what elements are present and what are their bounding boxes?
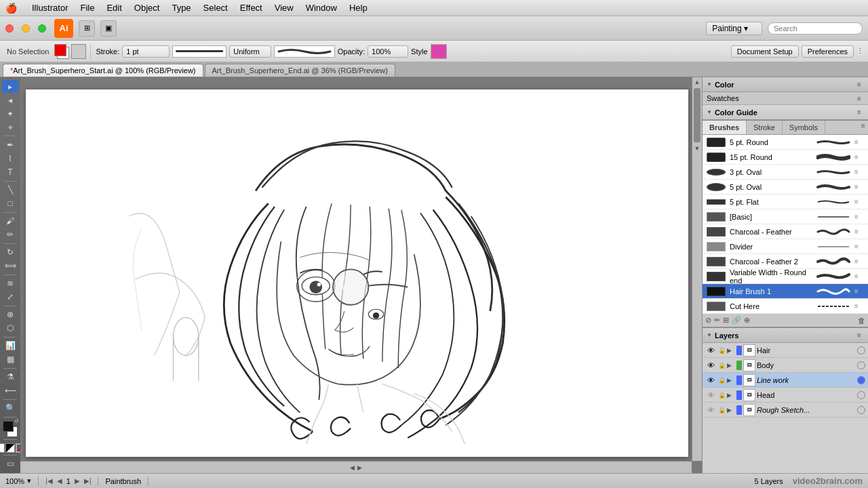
workspace-selector[interactable]: Painting ▾: [706, 22, 762, 35]
screen-mode[interactable]: ▭: [2, 458, 18, 470]
tab-symbols[interactable]: Symbols: [783, 121, 825, 134]
color-guide-options[interactable]: ≡: [854, 108, 864, 117]
brush-menu-5[interactable]: ≡: [854, 213, 864, 220]
preferences-button[interactable]: Preferences: [802, 45, 854, 58]
brush-menu-1[interactable]: ≡: [854, 153, 864, 161]
eyedropper-tool[interactable]: ⚗: [2, 371, 18, 384]
column-graph-tool[interactable]: ▦: [2, 353, 18, 366]
layer-eye-body[interactable]: 👁: [705, 360, 716, 371]
window-icon[interactable]: ▣: [100, 20, 117, 37]
brush-menu-9[interactable]: ≡: [854, 272, 864, 280]
brush-item-5[interactable]: [Basic] ≡: [703, 209, 868, 224]
stroke-type-dropdown[interactable]: Uniform: [229, 45, 271, 58]
brush-delete-icon[interactable]: 🗑: [858, 317, 865, 325]
brush-item-4[interactable]: 5 pt. Flat ≡: [703, 195, 868, 209]
menu-select[interactable]: Select: [198, 1, 233, 14]
free-transform-tool[interactable]: ⤢: [2, 291, 18, 304]
layer-eye-head[interactable]: 👁: [705, 390, 716, 401]
direct-select-tool[interactable]: ◂: [2, 94, 18, 106]
menu-edit[interactable]: Edit: [101, 1, 127, 14]
layer-eye-hair[interactable]: 👁: [705, 345, 716, 356]
toolbar-overflow[interactable]: ⋮: [856, 47, 864, 56]
brush-menu-10[interactable]: ≡: [854, 287, 864, 295]
pencil-tool[interactable]: ✏: [2, 228, 18, 241]
brush-item-10[interactable]: Hair Brush 1 ≡: [703, 284, 868, 299]
style-preview[interactable]: [431, 44, 447, 59]
color-swatches[interactable]: ↺: [1, 421, 19, 437]
last-page-btn[interactable]: ▶|: [84, 477, 92, 485]
layers-options-icon[interactable]: ≡: [854, 331, 864, 340]
layer-lock-roughsketch[interactable]: 🔒: [717, 406, 726, 414]
chart-tool[interactable]: 📊: [2, 340, 18, 352]
layer-target-head[interactable]: [857, 391, 865, 399]
tab-0[interactable]: *Art_Brush_Superhero_Start.ai @ 100% (RG…: [3, 64, 203, 77]
layer-expand-roughsketch[interactable]: ▶: [727, 407, 735, 413]
stroke-color-selector[interactable]: [71, 44, 86, 59]
menu-window[interactable]: Window: [300, 1, 342, 14]
measure-tool[interactable]: ⟵: [2, 384, 18, 397]
brush-menu-4[interactable]: ≡: [854, 198, 864, 205]
magic-wand-tool[interactable]: ✦: [2, 107, 18, 120]
layer-target-linework[interactable]: [857, 376, 865, 384]
brush-menu-6[interactable]: ≡: [854, 228, 864, 235]
menu-view[interactable]: View: [269, 1, 299, 14]
layer-hair[interactable]: 👁 🔒 ▶ 🖼 Hair: [703, 343, 868, 358]
fill-mode[interactable]: [0, 443, 5, 453]
canvas-area[interactable]: ▲ ▼ ◀ ▶: [20, 77, 702, 473]
shape-builder-tool[interactable]: ⊕: [2, 308, 18, 321]
layer-lock-head[interactable]: 🔒: [717, 391, 726, 399]
color-panel-header[interactable]: ▼ Color ≡: [703, 77, 868, 92]
scroll-up-arrow[interactable]: ▲: [692, 77, 702, 87]
menu-type[interactable]: Type: [166, 1, 196, 14]
layer-expand-head[interactable]: ▶: [727, 392, 735, 399]
pen-tool[interactable]: ✒: [2, 138, 18, 151]
layer-eye-roughsketch[interactable]: 👁: [705, 405, 716, 415]
live-paint-tool[interactable]: ⬡: [2, 322, 18, 335]
close-button[interactable]: [5, 24, 14, 33]
brush-item-1[interactable]: 15 pt. Round ≡: [703, 150, 868, 165]
scroll-right-arrow[interactable]: ▶: [356, 463, 363, 472]
brush-menu-3[interactable]: ≡: [854, 183, 864, 190]
menu-effect[interactable]: Effect: [235, 1, 268, 14]
layer-body[interactable]: 👁 🔒 ▶ 🖼 Body: [703, 358, 868, 373]
rotate-tool[interactable]: ↻: [2, 246, 18, 259]
tab-stroke[interactable]: Stroke: [747, 121, 783, 134]
brush-item-0[interactable]: 5 pt. Round ≡: [703, 135, 868, 150]
layer-linework[interactable]: 👁 🔒 ▶ 🖼 Line work: [703, 373, 868, 388]
layer-eye-linework[interactable]: 👁: [705, 375, 716, 386]
brush-item-6[interactable]: Charcoal - Feather ≡: [703, 224, 868, 239]
menu-object[interactable]: Object: [129, 1, 165, 14]
paintbrush-tool[interactable]: 🖌: [2, 214, 18, 227]
document-setup-button[interactable]: Document Setup: [731, 45, 799, 58]
brush-preview[interactable]: [274, 45, 335, 58]
layer-roughsketch[interactable]: 👁 🔒 ▶ 🖼 Rough Sketch...: [703, 403, 868, 418]
opacity-dropdown[interactable]: 100%: [368, 45, 408, 58]
canvas-scrollbar-vertical[interactable]: ▲ ▼: [692, 77, 702, 461]
zoom-dropdown-arrow[interactable]: ▾: [27, 476, 31, 485]
tab-brushes[interactable]: Brushes: [703, 121, 747, 134]
first-page-btn[interactable]: |◀: [45, 477, 53, 485]
scroll-left-arrow[interactable]: ◀: [349, 463, 356, 472]
brush-menu-11[interactable]: ≡: [854, 302, 864, 310]
layer-head[interactable]: 👁 🔒 ▶ 🖼 Head: [703, 388, 868, 403]
brush-item-3[interactable]: 5 pt. Oval ≡: [703, 180, 868, 195]
minimize-button[interactable]: [22, 24, 30, 33]
maximize-button[interactable]: [38, 24, 46, 33]
type-tool[interactable]: T: [2, 165, 18, 178]
layer-expand-hair[interactable]: ▶: [727, 347, 735, 354]
brush-icon-1[interactable]: ⊘: [705, 316, 711, 325]
swatches-label[interactable]: Swatches: [707, 94, 739, 102]
brush-item-7[interactable]: Divider ≡: [703, 239, 868, 254]
stroke-style-preview[interactable]: [172, 45, 226, 58]
canvas-document[interactable]: [26, 89, 688, 457]
select-tool[interactable]: ▸: [2, 80, 18, 93]
swatches-options[interactable]: ≡: [854, 94, 864, 103]
brush-icon-2[interactable]: ✏: [714, 316, 720, 325]
menu-illustrator[interactable]: Illustrator: [26, 1, 73, 14]
arrange-icon[interactable]: ⊞: [79, 20, 95, 37]
layer-lock-hair[interactable]: 🔒: [717, 346, 726, 354]
brush-item-9[interactable]: Variable Width - Round end ≡: [703, 269, 868, 284]
search-input[interactable]: [768, 22, 863, 35]
lasso-tool[interactable]: ⌖: [2, 121, 18, 134]
tab-1[interactable]: Art_Brush_Superhero_End.ai @ 36% (RGB/Pr…: [205, 64, 395, 77]
